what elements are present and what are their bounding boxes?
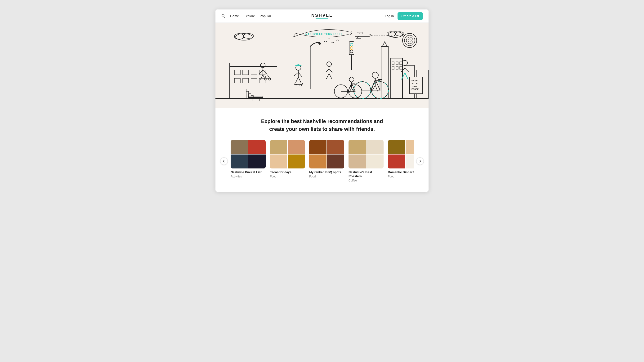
card-roasters[interactable]: Nashville's Best Roasters Coffee (348, 140, 384, 182)
card-img (248, 140, 266, 154)
card-img (230, 140, 248, 154)
card-img (406, 154, 414, 168)
nav-explore[interactable]: Explore (244, 14, 255, 18)
card-img (270, 140, 287, 154)
svg-text:NASHVILLE TENNESSEE: NASHVILLE TENNESSEE (306, 33, 343, 35)
svg-rect-42 (391, 58, 402, 98)
svg-text:VILLE: VILLE (412, 82, 418, 85)
card-img (288, 140, 305, 154)
card-img (388, 140, 405, 154)
nav-right: Log in Create a list (385, 12, 423, 20)
svg-text:ESSEE: ESSEE (412, 88, 418, 90)
svg-line-1 (224, 16, 225, 18)
svg-rect-33 (246, 91, 248, 98)
create-list-button[interactable]: Create a list (398, 12, 423, 20)
card-category: Coffee (348, 179, 384, 182)
card-tacos[interactable]: Tacos for days Food (270, 140, 305, 182)
nav-home[interactable]: Home (230, 14, 239, 18)
navbar: Home Explore Popular NSHVLL Log in Creat… (216, 9, 428, 23)
card-title: Tacos for days (270, 170, 305, 174)
card-romantic[interactable]: Romantic Dinner Spots Food (388, 140, 414, 182)
search-icon[interactable] (221, 14, 226, 18)
card-title: Romantic Dinner Spots (388, 170, 414, 174)
card-img (327, 154, 344, 168)
card-img (348, 154, 366, 168)
card-nashville-bucket[interactable]: Nashville Bucket List Activities (230, 140, 266, 182)
card-category: Food (270, 175, 305, 178)
svg-text:NASH: NASH (412, 79, 418, 82)
card-img (366, 154, 384, 168)
card-img (388, 154, 405, 168)
tagline-text: Explore the best Nashville recommendatio… (260, 117, 384, 133)
svg-point-21 (318, 42, 321, 45)
svg-rect-22 (230, 65, 277, 98)
card-category: Activities (230, 175, 266, 178)
card-img (309, 140, 326, 154)
cards-section: Nashville Bucket List Activities Tacos f… (216, 140, 428, 192)
cards-scroll: Nashville Bucket List Activities Tacos f… (230, 140, 414, 182)
card-img (309, 154, 326, 168)
svg-rect-40 (381, 46, 388, 98)
login-button[interactable]: Log in (385, 14, 394, 18)
app-window: Home Explore Popular NSHVLL Log in Creat… (216, 9, 428, 192)
nav-logo[interactable]: NSHVLL (311, 13, 333, 19)
logo-text: NSHVLL (311, 13, 333, 18)
svg-point-0 (222, 14, 224, 17)
card-title: Nashville Bucket List (230, 170, 266, 174)
card-img (327, 140, 344, 154)
svg-text:TENN: TENN (412, 85, 418, 87)
logo-underline (316, 18, 328, 19)
card-img (348, 140, 366, 154)
cards-wrapper: Nashville Bucket List Activities Tacos f… (220, 140, 424, 182)
card-img (406, 140, 414, 154)
tagline-line2: create your own lists to share with frie… (269, 126, 375, 132)
card-category: Food (309, 175, 344, 178)
card-img (366, 140, 384, 154)
card-title: My ranked BBQ spots (309, 170, 344, 174)
card-img (230, 154, 248, 168)
hero-illustration: NASHVILLE TENNESSEE (216, 23, 428, 108)
card-title: Nashville's Best Roasters (348, 170, 384, 178)
tagline-section: Explore the best Nashville recommendatio… (216, 108, 428, 140)
nav-left: Home Explore Popular (221, 14, 271, 18)
card-category: Food (388, 175, 414, 178)
card-bbq[interactable]: My ranked BBQ spots Food (309, 140, 344, 182)
svg-rect-23 (230, 63, 277, 66)
svg-rect-32 (244, 89, 246, 98)
card-img (248, 154, 266, 168)
nav-popular[interactable]: Popular (260, 14, 271, 18)
card-img (288, 154, 305, 168)
next-arrow[interactable] (416, 157, 424, 165)
card-img (270, 154, 287, 168)
tagline-line1: Explore the best Nashville recommendatio… (261, 118, 383, 124)
prev-arrow[interactable] (220, 157, 228, 165)
